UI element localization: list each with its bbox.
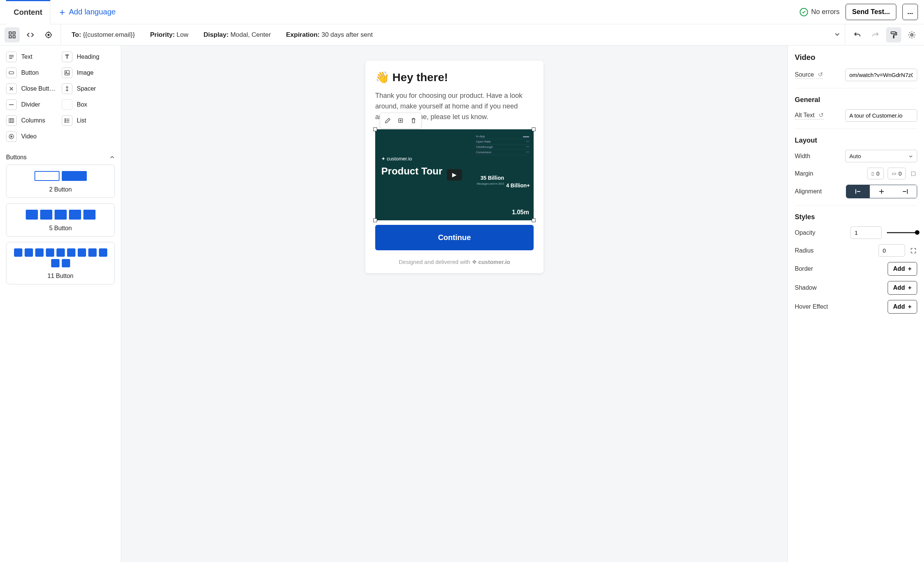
columns-icon — [6, 115, 17, 126]
shadow-add-button[interactable]: Add+ — [888, 281, 917, 295]
component-box[interactable]: Box — [62, 98, 115, 111]
margin-vertical-input[interactable]: ▭ 0 — [888, 168, 906, 179]
border-add-button[interactable]: Add+ — [888, 262, 917, 276]
resize-handle-tr[interactable] — [532, 127, 536, 131]
video-thumbnail[interactable]: ✦ customer.io Product Tour In-App▬▬ Open… — [375, 129, 534, 220]
play-circle-icon — [6, 131, 17, 142]
radius-input[interactable] — [879, 244, 905, 257]
resize-handle-br[interactable] — [532, 218, 536, 222]
slider-knob[interactable] — [915, 230, 919, 235]
meta-display[interactable]: Display: Modal, Center — [204, 31, 271, 39]
hover-label: Hover Effect — [795, 303, 828, 310]
component-text[interactable]: Text — [6, 50, 60, 64]
svg-point-15 — [65, 120, 66, 121]
play-icon[interactable]: ▶ — [447, 169, 462, 181]
alt-label: Alt Text ↺ — [795, 111, 824, 119]
svg-point-14 — [65, 119, 66, 119]
align-left-button[interactable] — [846, 185, 870, 198]
resize-handle-tl[interactable] — [373, 127, 377, 131]
component-spacer[interactable]: Spacer — [62, 82, 115, 96]
text-lines-icon — [6, 52, 17, 62]
component-list[interactable]: List — [62, 114, 115, 127]
component-columns[interactable]: Columns — [6, 114, 60, 127]
component-divider[interactable]: Divider — [6, 98, 60, 111]
toolbar: To: {{customer.email}} Priority: Low Dis… — [0, 24, 924, 46]
video-block[interactable]: ✦ customer.io Product Tour In-App▬▬ Open… — [375, 129, 534, 220]
svg-rect-3 — [13, 36, 15, 38]
continue-button[interactable]: Continue — [375, 225, 534, 250]
no-errors-status: No errors — [800, 8, 839, 16]
logo-dots-icon: ❖ — [472, 259, 477, 265]
code-view-icon[interactable] — [23, 27, 38, 42]
check-circle-icon — [800, 8, 808, 16]
props-title-video: Video — [795, 53, 917, 62]
preset-5-button[interactable]: 5 Button — [6, 203, 115, 237]
duplicate-icon[interactable] — [395, 115, 406, 126]
close-x-icon — [6, 83, 17, 94]
align-right-button[interactable] — [893, 185, 917, 198]
width-select[interactable]: Auto — [845, 150, 917, 162]
margin-horizontal-input[interactable]: ▯ 0 — [867, 168, 883, 179]
buttons-section-header[interactable]: Buttons — [6, 150, 115, 165]
undo-button[interactable] — [850, 27, 865, 42]
blocks-view-icon[interactable] — [5, 27, 20, 42]
props-title-styles: Styles — [795, 213, 917, 221]
opacity-slider[interactable] — [887, 232, 917, 233]
props-title-layout: Layout — [795, 137, 917, 144]
target-icon[interactable] — [41, 27, 56, 42]
more-menu-button[interactable]: ... — [902, 4, 918, 20]
redo-button[interactable] — [868, 27, 883, 42]
margin-link-icon[interactable] — [910, 170, 917, 177]
meta-priority[interactable]: Priority: Low — [150, 31, 188, 39]
component-close-button[interactable]: Close Butt… — [6, 82, 60, 96]
margin-label: Margin — [795, 170, 813, 177]
reset-alt-icon[interactable]: ↺ — [819, 112, 824, 118]
preview-card[interactable]: 👋 Hey there! Thank you for choosing our … — [365, 61, 543, 273]
width-label: Width — [795, 153, 810, 160]
edit-icon[interactable] — [382, 115, 393, 126]
spacer-icon — [62, 83, 72, 94]
alignment-toggle — [846, 185, 917, 198]
component-video[interactable]: Video — [6, 130, 60, 143]
hover-add-button[interactable]: Add+ — [888, 300, 917, 314]
paint-roller-icon[interactable] — [886, 27, 901, 42]
component-heading[interactable]: Heading — [62, 50, 115, 64]
components-panel: Text Heading Button Image Close Butt… Sp… — [0, 46, 121, 562]
meta-to[interactable]: To: {{customer.email}} — [72, 31, 135, 39]
component-image[interactable]: Image — [62, 66, 115, 80]
props-title-general: General — [795, 96, 917, 104]
reset-source-icon[interactable]: ↺ — [818, 71, 823, 78]
svg-point-7 — [911, 34, 913, 36]
radius-expand-icon[interactable] — [910, 247, 917, 254]
chevron-down-icon — [908, 154, 913, 159]
trash-icon[interactable] — [408, 115, 419, 126]
image-icon — [62, 68, 72, 78]
element-toolbar — [380, 113, 421, 129]
chevron-down-icon[interactable] — [830, 31, 845, 39]
card-heading[interactable]: 👋 Hey there! — [375, 71, 534, 84]
preset-11-button[interactable]: 11 Button — [6, 242, 115, 284]
meta-expiration[interactable]: Expiration: 30 days after sent — [286, 31, 373, 39]
svg-point-10 — [66, 72, 66, 72]
border-label: Border — [795, 265, 813, 272]
tab-content[interactable]: Content — [6, 0, 50, 24]
source-input[interactable] — [845, 69, 917, 81]
alt-input[interactable] — [845, 109, 917, 122]
svg-rect-2 — [9, 36, 11, 38]
thumb-title: Product Tour — [381, 165, 442, 177]
preset-2-button[interactable]: 2 Button — [6, 165, 115, 198]
resize-handle-bl[interactable] — [373, 218, 377, 222]
svg-rect-13 — [12, 119, 14, 122]
canvas[interactable]: 👋 Hey there! Thank you for choosing our … — [121, 46, 788, 562]
heading-t-icon — [62, 52, 72, 62]
component-button[interactable]: Button — [6, 66, 60, 80]
align-center-button[interactable] — [870, 185, 893, 198]
add-language-button[interactable]: + Add language — [60, 7, 116, 17]
shadow-label: Shadow — [795, 284, 817, 291]
settings-icon[interactable] — [904, 27, 919, 42]
add-language-label: Add language — [69, 8, 116, 16]
opacity-input[interactable] — [850, 226, 882, 239]
send-test-button[interactable]: Send Test... — [846, 4, 896, 20]
box-dashed-icon — [62, 99, 72, 110]
svg-rect-19 — [911, 172, 915, 176]
